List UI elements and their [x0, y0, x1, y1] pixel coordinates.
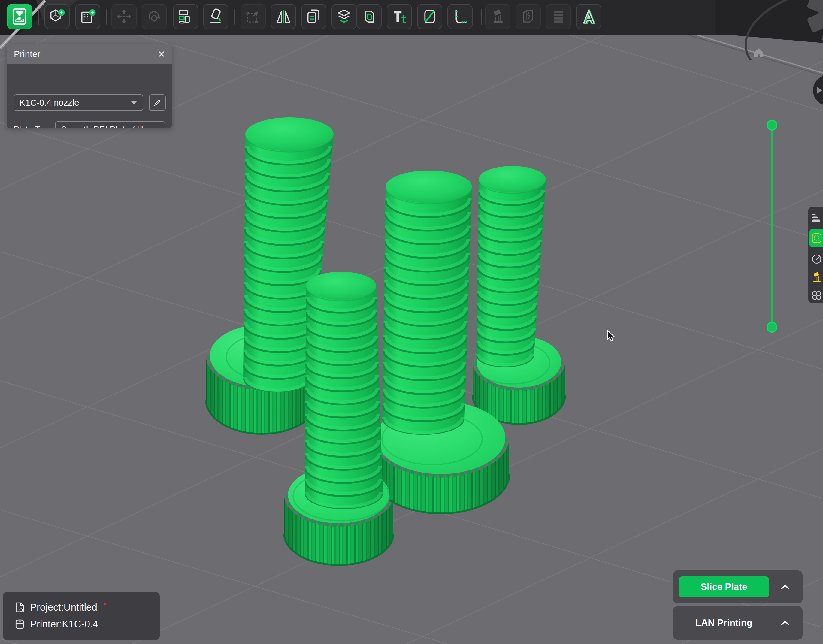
printer-name: Printer:K1C-0.4 [30, 618, 98, 630]
measure-icon [451, 8, 469, 25]
clone-icon [305, 8, 322, 25]
plate-preview-button[interactable] [7, 4, 32, 29]
measure-button[interactable] [448, 4, 473, 29]
project-name: Project:Untitled [30, 602, 97, 613]
move-button [111, 4, 136, 29]
repair-model-button [515, 4, 541, 29]
seam-paint-button[interactable] [417, 4, 442, 29]
arrange-icon [177, 8, 194, 25]
support-paint-button [485, 4, 510, 29]
text-icon [391, 8, 408, 25]
add-model-button[interactable] [44, 4, 70, 29]
auto-orient-button[interactable] [576, 4, 601, 29]
auto-arrange-button[interactable] [173, 4, 198, 29]
project-status-panel: Project:Untitled * Printer:K1C-0.4 [3, 592, 160, 640]
rotate-icon [146, 8, 163, 25]
toolbar-divider [106, 9, 107, 25]
orbit-control[interactable] [813, 75, 823, 106]
layers-icon [336, 8, 353, 25]
plate-frame-icon [810, 232, 823, 245]
chevron-down-icon [153, 127, 159, 128]
support-yellow-icon [810, 271, 823, 284]
chevron-down-icon [130, 101, 137, 105]
move-icon [115, 8, 133, 25]
slice-plate-button[interactable]: Slice Plate [679, 577, 769, 598]
right-tool-rail [808, 207, 823, 303]
plate-type-label: Plate Type: [14, 121, 55, 128]
lan-printing-button[interactable]: LAN Printing [679, 606, 769, 640]
cut-icon [360, 8, 378, 25]
cut-button[interactable] [356, 4, 382, 29]
support-icon [489, 8, 507, 25]
printer-select[interactable]: K1C-0.4 nozzle [14, 94, 143, 111]
bars-icon [810, 212, 823, 225]
gear-logo-icon [714, 0, 823, 60]
top-toolbar [0, 0, 823, 35]
plate-type-select[interactable]: Smooth PEI Plate / High T... [55, 121, 166, 128]
mirror-icon [275, 8, 292, 25]
scale-icon [244, 8, 262, 25]
object-list-button [546, 4, 571, 29]
slice-card: Slice Plate [673, 570, 803, 604]
printer-select-value: K1C-0.4 nozzle [20, 98, 79, 108]
scale-button [241, 4, 266, 29]
layer-bars-button[interactable] [809, 211, 823, 225]
list-icon [550, 8, 567, 25]
rotate-button [142, 4, 167, 29]
slice-options-chevron-up-icon[interactable] [779, 570, 792, 604]
clone-button[interactable] [301, 4, 326, 29]
seam-icon [421, 8, 438, 25]
supports-warning-button[interactable] [809, 270, 823, 285]
app-window: Printer × K1C-0.4 nozzle Plate Type: Smo… [0, 0, 823, 644]
clover-icon [810, 289, 823, 302]
speed-gauge-button[interactable] [809, 251, 823, 266]
slider-top-handle[interactable] [767, 120, 777, 130]
toolbar-divider [234, 9, 235, 25]
mouse-cursor [607, 330, 614, 341]
toolbar-divider [38, 9, 39, 25]
project-file-icon [14, 602, 25, 613]
unsaved-marker: * [103, 600, 107, 610]
mirror-button[interactable] [271, 4, 296, 29]
lay-on-face-button[interactable] [203, 4, 228, 29]
model-bolt-back-right[interactable] [473, 166, 565, 424]
printer-icon [11, 8, 28, 25]
edit-printer-button[interactable] [149, 94, 166, 111]
a-letter-icon [580, 8, 598, 25]
pencil-icon [153, 98, 162, 107]
plate-frame-button[interactable] [809, 229, 823, 247]
text-tool-button[interactable] [387, 4, 412, 29]
pattern-clover-button[interactable] [809, 288, 823, 303]
split-layers-button[interactable] [331, 4, 357, 29]
toolbar-divider [481, 9, 482, 25]
add-plate-icon [79, 8, 97, 25]
lan-options-chevron-up-icon[interactable] [779, 606, 792, 640]
plate-type-value: Smooth PEI Plate / High T... [61, 124, 153, 128]
add-plate-button[interactable] [75, 4, 100, 29]
lay-flat-icon [207, 8, 225, 25]
lan-printing-card: LAN Printing [673, 606, 803, 640]
printer-small-icon [14, 619, 25, 630]
crack-icon [520, 8, 537, 25]
gauge-icon [810, 252, 823, 265]
add-model-icon [48, 8, 66, 25]
slider-bottom-handle[interactable] [767, 322, 777, 332]
